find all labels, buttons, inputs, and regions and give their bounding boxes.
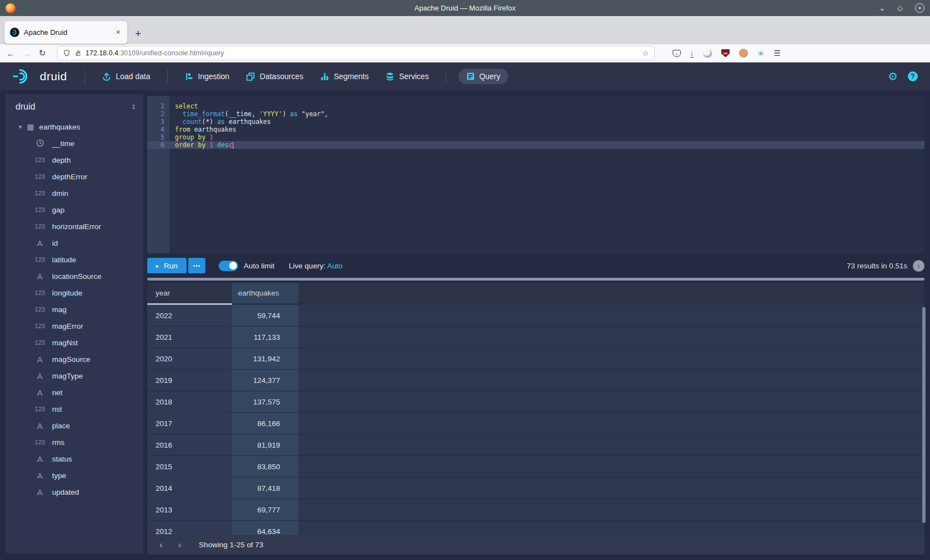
window-close-button[interactable]: ✕ bbox=[915, 3, 924, 13]
run-more-button[interactable]: ••• bbox=[188, 258, 206, 273]
string-type-icon: A bbox=[33, 488, 46, 497]
nav-ingestion[interactable]: Ingestion bbox=[180, 69, 234, 85]
nav-query-active[interactable]: Query bbox=[458, 69, 508, 84]
cookie-extension-icon[interactable] bbox=[739, 49, 748, 58]
vertical-scrollbar[interactable] bbox=[922, 307, 926, 523]
settings-gear-icon[interactable]: ⚙ bbox=[888, 70, 898, 83]
druid-brand[interactable]: druid bbox=[12, 68, 67, 85]
result-count-text: 73 results in 0.51s bbox=[846, 262, 907, 270]
window-minimize-button[interactable]: ⌄ bbox=[879, 4, 885, 12]
column-header-earthquakes[interactable]: earthquakes bbox=[232, 283, 298, 305]
sidebar-column-id[interactable]: Aid bbox=[11, 235, 138, 251]
bookmark-star-icon[interactable]: ☆ bbox=[642, 49, 649, 58]
live-query-label[interactable]: Live query: Auto bbox=[289, 262, 343, 270]
sidebar-column-magError[interactable]: 123magError bbox=[11, 318, 138, 334]
cell-earthquakes[interactable]: 81,919 bbox=[232, 434, 298, 456]
cell-year[interactable]: 2014 bbox=[147, 478, 232, 499]
cell-year[interactable]: 2017 bbox=[147, 413, 232, 434]
code-line-3[interactable]: count(*) as earthquakes bbox=[169, 118, 924, 126]
code-line-2[interactable]: time_format(__time, 'YYYY') as "year", bbox=[169, 110, 924, 118]
sidebar-column-net[interactable]: Anet bbox=[11, 384, 138, 401]
sidebar-column-__time[interactable]: __time bbox=[11, 135, 138, 152]
cell-earthquakes[interactable]: 64,634 bbox=[232, 521, 298, 535]
sidebar-column-type[interactable]: Atype bbox=[11, 467, 138, 484]
cell-earthquakes[interactable]: 124,377 bbox=[232, 370, 298, 391]
insecure-lock-icon[interactable] bbox=[75, 49, 81, 57]
sidebar-columns: __time123depth123depthError123dmin123gap… bbox=[11, 135, 138, 500]
cell-earthquakes[interactable]: 69,777 bbox=[232, 499, 298, 521]
sidebar-column-place[interactable]: Aplace bbox=[11, 417, 138, 434]
code-line-1[interactable]: select bbox=[169, 102, 924, 110]
cell-earthquakes[interactable]: 117,133 bbox=[232, 326, 298, 348]
sidebar-column-mag[interactable]: 123mag bbox=[11, 301, 138, 318]
tracking-shield-icon[interactable] bbox=[63, 49, 70, 57]
reload-button[interactable]: ↻ bbox=[39, 48, 46, 58]
horizontal-scrollbar[interactable] bbox=[147, 278, 924, 281]
cell-year[interactable]: 2019 bbox=[147, 370, 232, 391]
prev-page-icon[interactable]: ‹ bbox=[154, 540, 168, 551]
tab-close-icon[interactable]: ✕ bbox=[113, 28, 123, 37]
column-label: magSource bbox=[52, 355, 90, 364]
browser-tab-apache-druid[interactable]: Apache Druid ✕ bbox=[4, 21, 127, 44]
next-page-icon[interactable]: › bbox=[173, 540, 187, 551]
column-header-year[interactable]: year bbox=[147, 283, 232, 305]
menu-hamburger-icon[interactable]: ☰ bbox=[774, 49, 781, 57]
window-maximize-button[interactable]: ◇ bbox=[897, 4, 903, 12]
nav-datasources[interactable]: Datasources bbox=[241, 69, 308, 85]
sidebar-column-magNst[interactable]: 123magNst bbox=[11, 334, 138, 351]
back-button[interactable]: ← bbox=[7, 49, 15, 58]
code-line-6[interactable]: order by 1 desc bbox=[169, 141, 924, 149]
sidebar-column-rms[interactable]: 123rms bbox=[11, 434, 138, 450]
run-button[interactable]: ▸ Run bbox=[147, 258, 187, 273]
downloads-icon[interactable]: ↓ bbox=[690, 49, 694, 58]
cell-earthquakes[interactable]: 131,942 bbox=[232, 348, 298, 370]
nav-load-data[interactable]: Load data bbox=[97, 69, 154, 85]
chevron-down-icon[interactable]: ▾ bbox=[19, 123, 22, 131]
cell-earthquakes[interactable]: 137,575 bbox=[232, 391, 298, 413]
sidebar-column-magSource[interactable]: AmagSource bbox=[11, 351, 138, 367]
code-line-5[interactable]: group by 1 bbox=[169, 133, 924, 141]
help-icon[interactable]: ? bbox=[908, 71, 918, 81]
editor-code[interactable]: select time_format(__time, 'YYYY') as "y… bbox=[169, 96, 924, 253]
nav-services[interactable]: Services bbox=[381, 69, 433, 85]
sql-editor[interactable]: 123456 select time_format(__time, 'YYYY'… bbox=[147, 96, 924, 253]
auto-limit-toggle[interactable] bbox=[219, 261, 238, 271]
new-tab-button[interactable]: + bbox=[135, 28, 141, 40]
cell-year[interactable]: 2012 bbox=[147, 521, 232, 535]
sidebar-column-longitude[interactable]: 123longitude bbox=[11, 284, 138, 301]
sidebar-column-magType[interactable]: AmagType bbox=[11, 367, 138, 384]
address-bar[interactable]: 172.18.0.4:30109/unified-console.html#qu… bbox=[57, 46, 655, 60]
url-text[interactable]: 172.18.0.4:30109/unified-console.html#qu… bbox=[86, 49, 638, 57]
datasource-earthquakes[interactable]: ▾ ▦ earthquakes bbox=[11, 118, 138, 135]
cell-earthquakes[interactable]: 83,850 bbox=[232, 456, 298, 478]
ublock-origin-icon[interactable]: uo bbox=[721, 49, 730, 58]
cell-earthquakes[interactable]: 86,166 bbox=[232, 413, 298, 434]
extension-badger-icon[interactable] bbox=[703, 49, 712, 58]
sidebar-column-depth[interactable]: 123depth bbox=[11, 152, 138, 168]
nav-segments[interactable]: Segments bbox=[316, 69, 373, 85]
cell-year[interactable]: 2022 bbox=[147, 305, 232, 326]
sidebar-column-nst[interactable]: 123nst bbox=[11, 401, 138, 417]
sidebar-column-depthError[interactable]: 123depthError bbox=[11, 168, 138, 185]
cell-earthquakes[interactable]: 59,744 bbox=[232, 305, 298, 326]
cell-year[interactable]: 2018 bbox=[147, 391, 232, 413]
sidebar-column-updated[interactable]: Aupdated bbox=[11, 484, 138, 500]
cell-year[interactable]: 2021 bbox=[147, 326, 232, 348]
cell-year[interactable]: 2016 bbox=[147, 434, 232, 456]
cell-year[interactable]: 2013 bbox=[147, 499, 232, 521]
sidebar-column-horizontalError[interactable]: 123horizontalError bbox=[11, 218, 138, 235]
download-results-icon[interactable]: ↓ bbox=[913, 260, 924, 272]
sidebar-column-latitude[interactable]: 123latitude bbox=[11, 251, 138, 268]
cell-year[interactable]: 2015 bbox=[147, 456, 232, 478]
cell-earthquakes[interactable]: 87,418 bbox=[232, 478, 298, 499]
code-line-4[interactable]: from earthquakes bbox=[169, 126, 924, 133]
live-query-value[interactable]: Auto bbox=[327, 262, 343, 270]
sort-icon[interactable]: ▲▼ bbox=[132, 103, 136, 110]
pocket-icon[interactable]: ⌄ bbox=[673, 50, 681, 57]
sidebar-column-dmin[interactable]: 123dmin bbox=[11, 185, 138, 201]
sidebar-column-gap[interactable]: 123gap bbox=[11, 201, 138, 218]
extension-spark-icon[interactable]: ✳ bbox=[757, 49, 764, 58]
cell-year[interactable]: 2020 bbox=[147, 348, 232, 370]
sidebar-column-status[interactable]: Astatus bbox=[11, 450, 138, 467]
sidebar-column-locationSource[interactable]: AlocationSource bbox=[11, 268, 138, 284]
